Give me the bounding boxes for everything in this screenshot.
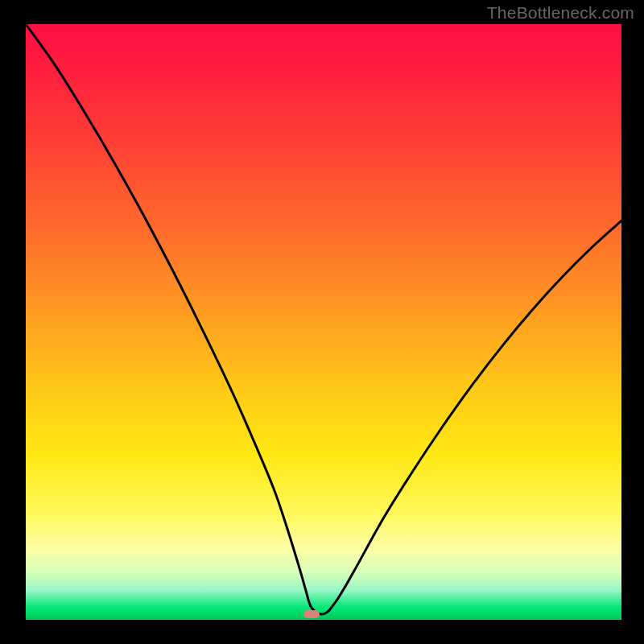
watermark-label: TheBottleneck.com (487, 3, 634, 23)
bottleneck-curve (26, 24, 621, 620)
minimum-marker (303, 610, 320, 618)
plot-area (26, 24, 621, 620)
chart-frame: TheBottleneck.com (0, 0, 644, 644)
